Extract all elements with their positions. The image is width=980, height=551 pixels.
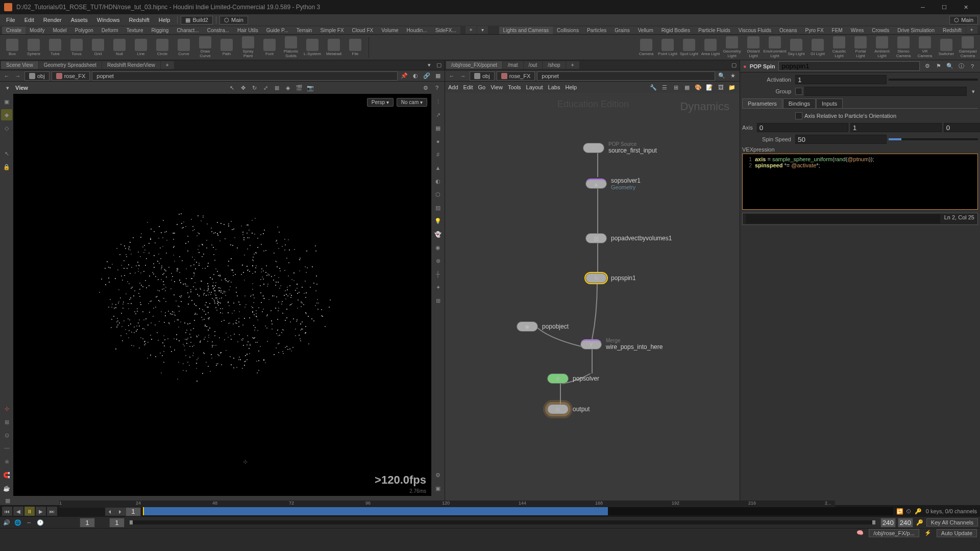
- group-input[interactable]: [804, 87, 967, 96]
- tab-popnet[interactable]: /obj/rose_FX/popnet: [446, 61, 502, 69]
- scale-tool-icon[interactable]: ⤢: [261, 83, 270, 92]
- shelf-tool[interactable]: Stereo Camera: [893, 36, 914, 59]
- display-bg-icon[interactable]: ▨: [432, 202, 444, 213]
- display-wire-icon[interactable]: ▦: [432, 122, 444, 134]
- tab-shop[interactable]: /shop: [543, 61, 565, 69]
- close-button[interactable]: ✕: [955, 1, 976, 13]
- shelf-tab[interactable]: Volume: [377, 27, 402, 34]
- snap-point-icon[interactable]: ⊙: [1, 430, 12, 441]
- net-folder-icon[interactable]: 📁: [727, 83, 737, 92]
- select-tool-icon[interactable]: ↖: [227, 83, 236, 92]
- node-name-input[interactable]: [778, 61, 920, 71]
- shelf-tool[interactable]: Geometry Light: [722, 36, 742, 59]
- display-numbers-icon[interactable]: #: [432, 149, 444, 160]
- render-region-icon[interactable]: ▣: [432, 483, 444, 494]
- shelf-tool[interactable]: Environment Light: [765, 36, 785, 59]
- axis-relative-checkbox[interactable]: [795, 112, 802, 119]
- shelf-tool[interactable]: GI Light: [807, 36, 828, 59]
- playhead[interactable]: [143, 507, 144, 515]
- desktop-selector[interactable]: ▦ Build2: [181, 16, 213, 24]
- display-prims-icon[interactable]: ▲: [432, 162, 444, 173]
- net-menu-help[interactable]: Help: [565, 84, 577, 90]
- flipbook-icon[interactable]: 📷: [306, 83, 315, 92]
- spinspeed-slider[interactable]: [889, 138, 978, 140]
- display-opts-icon[interactable]: ⚙: [421, 83, 430, 92]
- net-menu-tools[interactable]: Tools: [508, 84, 521, 90]
- shelf-tab[interactable]: Hair Utils: [233, 27, 262, 34]
- shelf-add-icon[interactable]: +: [966, 26, 977, 34]
- cook-icon[interactable]: ⚡: [923, 529, 933, 538]
- display-lighting-icon[interactable]: 💡: [432, 215, 444, 227]
- path-rose-fx[interactable]: rose_FX: [497, 71, 535, 81]
- shelf-tool[interactable]: Path: [216, 36, 237, 59]
- context-selector-right[interactable]: ⬡ Main: [949, 16, 978, 24]
- node-output[interactable]: ◎ output: [547, 404, 590, 414]
- shelf-tab[interactable]: Guide P...: [262, 27, 292, 34]
- rotate-tool-icon[interactable]: ↻: [250, 83, 259, 92]
- pane-max-icon[interactable]: ▢: [434, 61, 444, 70]
- menu-assets[interactable]: Assets: [67, 16, 92, 24]
- display-ghost-icon[interactable]: 👻: [432, 229, 444, 240]
- net-menu-labs[interactable]: Labs: [548, 84, 560, 90]
- shelf-tool[interactable]: Metaball: [324, 36, 344, 59]
- shelf-tool[interactable]: Sphere: [23, 36, 44, 59]
- timeline-bar[interactable]: [143, 507, 893, 515]
- menu-edit[interactable]: Edit: [20, 16, 38, 24]
- loop-icon[interactable]: 🔁: [895, 507, 904, 516]
- viewport[interactable]: Persp ▾ No cam ▾ ⊹ >120.0fps 2.76ms: [13, 94, 431, 496]
- axis-y-input[interactable]: [850, 123, 942, 132]
- path-popnet[interactable]: popnet: [92, 71, 398, 81]
- shelf-tool[interactable]: Line: [131, 36, 151, 59]
- auto-update-selector[interactable]: Auto Update: [937, 529, 977, 537]
- display-handles-icon[interactable]: ✦: [432, 282, 444, 293]
- shelf-tool[interactable]: Ambient Light: [872, 36, 892, 59]
- play-button[interactable]: ▶: [36, 507, 46, 516]
- clock-icon[interactable]: 🕐: [36, 518, 45, 527]
- node-pin-icon[interactable]: ●: [743, 63, 747, 69]
- tab-mat[interactable]: /mat: [503, 61, 523, 69]
- play-back-button[interactable]: ◀: [13, 507, 23, 516]
- shelf-tab[interactable]: Pyro FX: [801, 27, 827, 34]
- shelf-tool[interactable]: Curve: [174, 36, 194, 59]
- shelf-tool[interactable]: VR Camera: [915, 36, 935, 59]
- range-end-input[interactable]: [880, 518, 896, 528]
- display-guides-icon[interactable]: ┼: [432, 268, 444, 280]
- tab-add[interactable]: +: [161, 61, 174, 69]
- display-normals-icon[interactable]: ↗: [432, 109, 444, 120]
- prev-key-button[interactable]: ⏴: [105, 507, 115, 516]
- shelf-tab[interactable]: Create: [2, 27, 26, 34]
- shelf-menu-icon[interactable]: ▾: [477, 26, 488, 34]
- autokey-icon[interactable]: 🔑: [915, 518, 924, 527]
- status-path[interactable]: /obj/rose_FX/p...: [869, 529, 919, 537]
- path-obj[interactable]: obj: [24, 71, 50, 81]
- shelf-tab[interactable]: Charact...: [173, 27, 203, 34]
- select-object-icon[interactable]: ▣: [1, 96, 12, 107]
- snap-curve-icon[interactable]: 〰: [1, 443, 12, 454]
- range-slider[interactable]: [130, 520, 875, 524]
- select-geo-icon[interactable]: ◆: [1, 109, 12, 120]
- display-shaded-icon[interactable]: ●: [432, 136, 444, 147]
- gear-icon[interactable]: ⚙: [923, 62, 932, 71]
- info-icon[interactable]: ⓘ: [957, 62, 966, 71]
- shelf-tool[interactable]: Spray Paint: [238, 36, 258, 59]
- realtime-icon[interactable]: ⏲: [904, 507, 914, 516]
- shelf-tab[interactable]: Cloud FX: [348, 27, 378, 34]
- node-merge[interactable]: Y Mergewire_pops_into_here: [580, 338, 663, 350]
- shelf-tool[interactable]: Spot Light: [679, 36, 699, 59]
- status-brain-icon[interactable]: 🧠: [855, 529, 865, 538]
- shelf-tab[interactable]: Deform: [97, 27, 122, 34]
- net-menu-layout[interactable]: Layout: [526, 84, 543, 90]
- net-menu-edit[interactable]: Edit: [463, 84, 473, 90]
- last-frame-button[interactable]: ⏭: [47, 507, 57, 516]
- node-popsolver[interactable]: ⚛ popsolver: [547, 373, 599, 384]
- construction-icon[interactable]: ◈: [283, 83, 292, 92]
- net-palette-icon[interactable]: 🎨: [694, 83, 703, 92]
- shelf-tool[interactable]: Grid: [88, 36, 108, 59]
- view-menu-icon[interactable]: ▾: [3, 83, 12, 92]
- snap-grid-icon[interactable]: ⊞: [1, 416, 12, 428]
- shelf-tool[interactable]: Draw Curve: [195, 36, 215, 59]
- shelf-tool[interactable]: Point Light: [657, 36, 678, 59]
- shelf-tab[interactable]: Drive Simulation: [893, 27, 939, 34]
- activation-slider[interactable]: [889, 79, 978, 81]
- shelf-tab[interactable]: Particles: [583, 27, 610, 34]
